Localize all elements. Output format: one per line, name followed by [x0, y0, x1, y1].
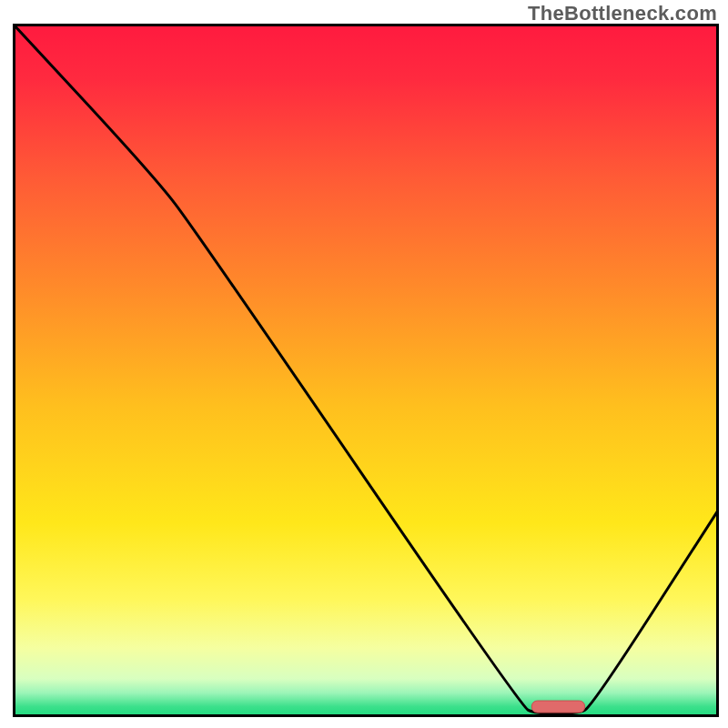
gradient-background [13, 24, 719, 717]
optimal-marker [531, 701, 584, 713]
chart-wrapper: TheBottleneck.com [0, 0, 728, 728]
chart-plot [13, 24, 719, 717]
attribution-label: TheBottleneck.com [528, 2, 717, 25]
chart-svg [13, 24, 719, 717]
